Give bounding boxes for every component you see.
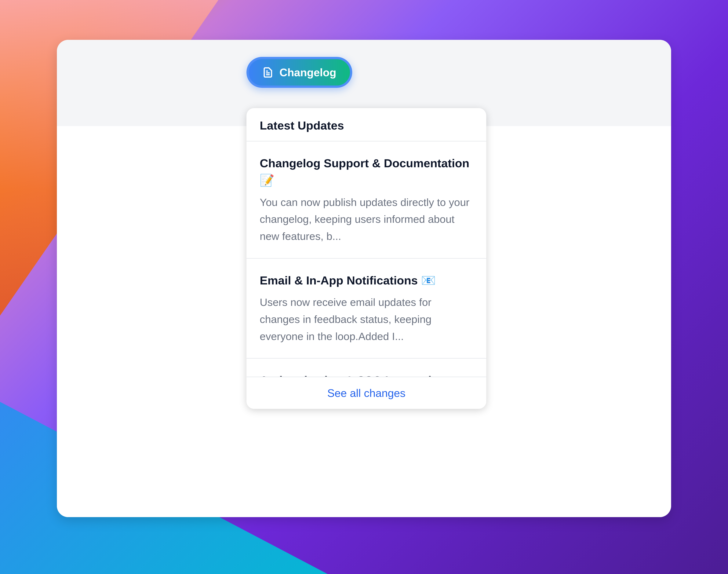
update-item[interactable]: Authentication & SSO Integration <box>247 359 486 377</box>
update-title: Email & In-App Notifications 📧 <box>260 272 473 289</box>
update-description: You can now publish updates directly to … <box>260 194 473 245</box>
update-title: Authentication & SSO Integration <box>260 372 473 377</box>
updates-list[interactable]: Changelog Support & Documentation 📝 You … <box>247 141 486 377</box>
dropdown-header: Latest Updates <box>247 108 486 141</box>
update-description: Users now receive email updates for chan… <box>260 294 473 345</box>
dropdown-title: Latest Updates <box>260 119 473 132</box>
changelog-button[interactable]: Changelog <box>247 57 352 88</box>
changelog-dropdown: Latest Updates Changelog Support & Docum… <box>247 108 486 409</box>
changelog-button-label: Changelog <box>280 66 336 79</box>
document-icon <box>262 67 273 78</box>
see-all-changes-link[interactable]: See all changes <box>327 387 405 399</box>
update-item[interactable]: Changelog Support & Documentation 📝 You … <box>247 141 486 259</box>
update-item[interactable]: Email & In-App Notifications 📧 Users now… <box>247 259 486 359</box>
update-title: Changelog Support & Documentation 📝 <box>260 155 473 189</box>
dropdown-footer: See all changes <box>247 377 486 409</box>
main-panel: Changelog Latest Updates Changelog Suppo… <box>57 40 671 517</box>
